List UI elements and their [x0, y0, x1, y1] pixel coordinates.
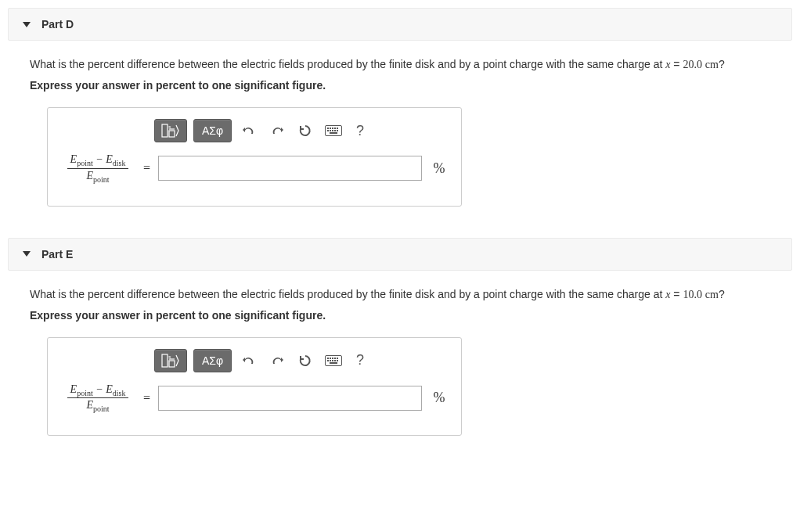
x-unit: cm	[705, 289, 719, 300]
instruction: Express your answer in percent to one si…	[8, 79, 792, 92]
svg-rect-24	[334, 358, 336, 359]
answer-toolbar: x ΑΣφ ?	[154, 349, 449, 372]
num-minus: −	[93, 153, 106, 165]
part-header[interactable]: Part D	[8, 8, 792, 41]
den-sub: point	[93, 175, 110, 184]
num-minus: −	[93, 383, 106, 395]
svg-rect-14	[337, 130, 338, 131]
greek-symbols-button[interactable]: ΑΣφ	[193, 349, 232, 372]
svg-rect-5	[327, 128, 329, 129]
answer-container: x ΑΣφ ?	[47, 107, 462, 207]
num-sub1: point	[77, 388, 93, 397]
den-e: E	[86, 399, 93, 411]
svg-rect-13	[334, 130, 336, 131]
svg-rect-28	[332, 360, 333, 361]
unit-label: %	[430, 390, 449, 406]
keyboard-icon	[325, 355, 342, 366]
greek-symbols-button[interactable]: ΑΣφ	[193, 119, 232, 142]
question-suffix: ?	[719, 288, 725, 300]
svg-rect-16	[162, 354, 168, 367]
svg-rect-12	[332, 130, 333, 131]
formula-label: Epoint − Edisk Epoint	[60, 383, 135, 414]
answer-input[interactable]	[158, 156, 422, 181]
input-row: Epoint − Edisk Epoint = %	[60, 383, 449, 414]
template-icon: x	[161, 124, 180, 138]
den-sub: point	[93, 404, 110, 413]
question-text: What is the percent difference between t…	[8, 56, 792, 73]
part-title: Part D	[41, 18, 74, 31]
redo-icon	[270, 124, 284, 137]
num-sub2: disk	[113, 388, 126, 397]
formula-label: Epoint − Edisk Epoint	[60, 153, 135, 184]
num-sub2: disk	[113, 159, 126, 167]
x-unit: cm	[705, 59, 719, 70]
question-prefix: What is the percent difference between t…	[30, 58, 665, 70]
svg-text:x: x	[168, 124, 171, 130]
svg-rect-11	[330, 130, 331, 131]
undo-icon	[242, 124, 256, 137]
x-variable: x	[665, 59, 670, 70]
template-icon: x	[161, 354, 180, 368]
svg-rect-30	[337, 360, 338, 361]
answer-container: x ΑΣφ ?	[47, 337, 462, 437]
svg-rect-6	[330, 128, 331, 129]
reset-button[interactable]	[294, 350, 316, 372]
part-header[interactable]: Part E	[8, 238, 792, 271]
part-d: Part D What is the percent difference be…	[8, 8, 792, 207]
undo-button[interactable]	[238, 350, 260, 372]
templates-button[interactable]: x	[154, 349, 187, 372]
answer-toolbar: x ΑΣφ ?	[154, 119, 449, 142]
svg-rect-23	[332, 358, 333, 359]
redo-button[interactable]	[266, 120, 288, 142]
caret-down-icon[interactable]	[23, 251, 31, 257]
equals-sign: =	[143, 161, 150, 175]
svg-rect-9	[337, 128, 338, 129]
part-title: Part E	[41, 248, 73, 261]
num-e2: E	[106, 153, 113, 165]
svg-rect-15	[330, 132, 337, 134]
num-e2: E	[106, 383, 113, 395]
num-e1: E	[70, 153, 77, 165]
keyboard-button[interactable]	[323, 350, 344, 372]
svg-rect-17	[169, 361, 175, 367]
redo-button[interactable]	[266, 350, 288, 372]
num-sub1: point	[77, 159, 93, 167]
svg-rect-22	[330, 358, 331, 359]
equals-sign: =	[143, 391, 150, 405]
help-button[interactable]: ?	[351, 121, 369, 140]
num-e1: E	[70, 383, 77, 395]
svg-rect-25	[337, 358, 338, 359]
svg-rect-31	[330, 362, 337, 364]
keyboard-button[interactable]	[323, 120, 344, 142]
reset-icon	[298, 354, 312, 368]
help-button[interactable]: ?	[351, 351, 369, 370]
keyboard-icon	[325, 125, 342, 136]
svg-rect-29	[334, 360, 336, 361]
x-variable: x	[665, 289, 670, 300]
svg-rect-27	[330, 360, 331, 361]
svg-rect-1	[169, 131, 175, 137]
svg-rect-26	[327, 360, 329, 361]
svg-text:x: x	[168, 354, 171, 360]
undo-icon	[242, 354, 256, 367]
svg-rect-21	[327, 358, 329, 359]
instruction: Express your answer in percent to one si…	[8, 309, 792, 322]
part-e: Part E What is the percent difference be…	[8, 238, 792, 437]
x-value: 10.0	[683, 289, 702, 300]
caret-down-icon[interactable]	[23, 22, 31, 27]
input-row: Epoint − Edisk Epoint = %	[60, 153, 449, 184]
redo-icon	[270, 354, 284, 367]
svg-rect-0	[162, 124, 168, 137]
reset-button[interactable]	[294, 120, 316, 142]
question-text: What is the percent difference between t…	[8, 286, 792, 303]
undo-button[interactable]	[238, 120, 260, 142]
svg-rect-10	[327, 130, 329, 131]
question-prefix: What is the percent difference between t…	[30, 288, 665, 300]
den-e: E	[86, 170, 93, 182]
svg-rect-7	[332, 128, 333, 129]
reset-icon	[298, 124, 312, 138]
answer-input[interactable]	[158, 386, 422, 411]
svg-rect-8	[334, 128, 336, 129]
question-suffix: ?	[719, 58, 725, 70]
templates-button[interactable]: x	[154, 119, 187, 142]
